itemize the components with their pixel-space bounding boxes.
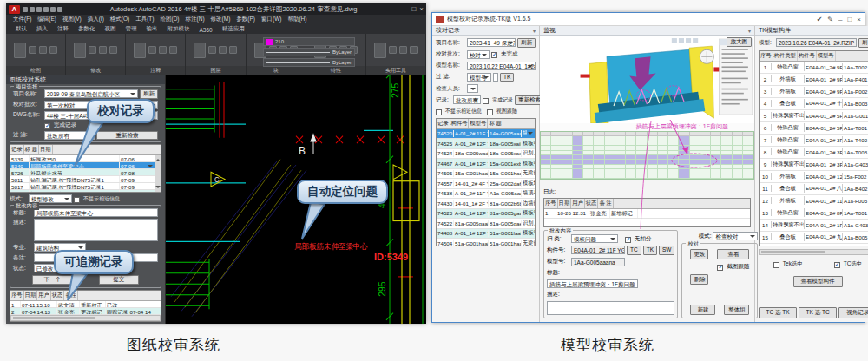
component-row[interactable]: 13 特殊凸窗 E04A-01_2# 8F Y… 1Aa-T001 <box>760 207 868 220</box>
ribbon-tab[interactable]: 视图 <box>101 24 121 34</box>
category-select[interactable]: 模板问题 <box>571 234 618 243</box>
project-name-select[interactable]: 2023-41~49 保定产业园区2#-02#厂 <box>467 38 516 47</box>
component-row[interactable]: 2 外墙板 E04A-01_2# 9F Y… 1Aa-P401 <box>760 74 868 86</box>
model-name-select[interactable]: 2023.10.22 E04A-01_1#2#.RZIP <box>467 62 536 70</box>
component-row[interactable]: 7 特殊凸窗 E04A-01_2# 3F Y… A1a-T402 <box>760 135 868 147</box>
unfinished-checkbox[interactable] <box>491 52 497 58</box>
zoom-image-button[interactable]: 放大图 <box>727 37 753 47</box>
minimize-icon[interactable]: – <box>838 16 842 23</box>
column-header[interactable]: 序号 <box>544 199 558 208</box>
log-row[interactable]: 1 07-11 15:10 武文清 重新校正 已改 <box>10 301 161 308</box>
ribbon-tab[interactable]: A360 <box>195 26 217 34</box>
column-header[interactable]: 模型号 <box>817 51 836 61</box>
record-filter-select[interactable]: 批改所有 <box>453 95 481 104</box>
mode-select[interactable]: 检查校对 <box>713 232 758 240</box>
group-button[interactable]: 整体组 <box>724 305 749 315</box>
lineweight-dropdown[interactable]: ByLayer <box>263 58 355 67</box>
refresh-button[interactable]: 刷 <box>858 38 868 48</box>
description-textarea[interactable] <box>547 301 674 316</box>
ribbon-group-label[interactable]: 绘图 <box>6 66 65 75</box>
menu-item[interactable]: 文件(F) <box>13 16 31 23</box>
record-row[interactable]: 74557 14-01_2# 4F YGC 25a-G002da6aa 模板均伸… <box>437 179 535 189</box>
menu-item[interactable]: 绘图(D) <box>161 16 180 23</box>
record-row[interactable]: 5811 钻孔漏记两,按"预埋DN75记录1 07-09 <box>10 176 155 183</box>
ribbon-tools[interactable] <box>366 34 425 66</box>
column-header[interactable]: 序号 <box>760 51 773 61</box>
menu-item[interactable]: 工具(T) <box>135 16 154 23</box>
menu-item[interactable]: 标注(N) <box>186 16 205 23</box>
record-row[interactable]: 74520 A-01_2# 11F YGC 14a-G005aaava 墙顶与上… <box>437 129 535 140</box>
done-records-checkbox[interactable] <box>483 98 489 104</box>
tk-button[interactable]: TK <box>643 246 657 255</box>
view-follow-checkbox[interactable] <box>487 109 493 115</box>
submit-button[interactable]: 提交 <box>99 275 139 285</box>
modify-button[interactable]: 更改 <box>690 249 708 259</box>
column-header[interactable]: 记录 <box>10 145 24 154</box>
component-row[interactable]: 12 外墙板 E04A-01_2# 11F… A1a-F003 <box>760 195 868 207</box>
new-button[interactable]: 新建 <box>690 305 715 315</box>
log-scrollbar[interactable] <box>10 315 161 321</box>
column-header[interactable]: 构件类型 <box>773 51 798 61</box>
search-button[interactable]: 重新检索 <box>96 131 158 141</box>
ribbon-tools[interactable] <box>186 34 245 66</box>
column-header[interactable]: 模型号 <box>469 119 488 128</box>
no-score-checkbox[interactable] <box>625 237 631 243</box>
maximize-icon[interactable]: □ <box>847 16 852 23</box>
autocad-logo-icon[interactable]: A <box>9 5 20 14</box>
checker-select[interactable] <box>467 84 478 93</box>
column-header[interactable]: 标 题 <box>488 119 503 128</box>
component-row[interactable]: 3 外墙板 E04A-01_2# 9F Y… A1a-P002 <box>760 86 868 98</box>
ribbon-group-label[interactable]: 块 <box>247 66 306 75</box>
tek-select-checkbox[interactable] <box>773 262 779 268</box>
menu-item[interactable]: 视图(V) <box>62 16 82 23</box>
tk-to-tc-button[interactable]: TK 选 TC <box>799 307 837 318</box>
column-header[interactable]: 用户 <box>37 291 51 300</box>
column-header[interactable]: 构件号 <box>450 119 470 128</box>
components-hscrollbar[interactable] <box>759 249 868 255</box>
sw-button[interactable]: SW <box>659 246 674 255</box>
column-header[interactable]: 日期 <box>558 199 572 208</box>
ribbon-tab[interactable]: 管理 <box>122 24 141 34</box>
menu-item[interactable]: 参数(P) <box>236 16 255 23</box>
minimize-icon[interactable]: – <box>404 5 408 13</box>
linetype-dropdown[interactable]: ByLayer <box>263 48 355 56</box>
ribbon-tools[interactable] <box>66 34 125 66</box>
tc-to-tk-button[interactable]: TC 选 TK <box>759 307 797 318</box>
ribbon-tab[interactable]: 附加模块 <box>163 24 194 34</box>
record-row[interactable]: 74523 A-01_1# 12F YGC 81a-G005gaaba 模板等修… <box>437 209 535 220</box>
component-row[interactable]: 11 叠合板 E04A-01_2# 八层… 1Aa-B402 <box>760 183 868 195</box>
filter-type-select[interactable]: 模型号 <box>467 73 491 82</box>
model-id-field[interactable]: 1Aa-G005aaana <box>571 258 625 266</box>
ribbon-tab[interactable]: 注释 <box>53 24 73 34</box>
quick-access-toolbar[interactable] <box>23 7 62 12</box>
component-row[interactable]: 1 特殊凸窗 E04A-01_2# 9F Y… 1Aa-T002 <box>760 62 868 74</box>
record-row[interactable]: 74467 A-01_1# 12F YGC 15a-G001exba 模板等修正 <box>437 159 535 169</box>
view-record-button[interactable]: 视角记录 <box>838 307 868 318</box>
ribbon-tab[interactable]: 参数化 <box>74 24 100 34</box>
ribbon-group-label[interactable]: 图层 <box>186 66 245 75</box>
tc-button[interactable]: TC <box>627 246 641 255</box>
ribbon-group-label[interactable]: 修改 <box>66 66 125 75</box>
record-row[interactable]: 74488 A-01_1# 12F YGC 51a-G001laaba 模板等修… <box>437 229 535 240</box>
edit-icon[interactable]: ✎ <box>827 16 833 23</box>
title-input[interactable]: 局部板筋未伸至梁中心 <box>34 208 158 217</box>
model-field[interactable]: 2023.10.26 E04A-01_2#.RZIP <box>776 38 857 47</box>
column-header[interactable]: 状态 <box>585 199 599 208</box>
ribbon-group-label[interactable]: 特性 <box>306 66 365 75</box>
column-header[interactable]: 日期 <box>24 291 38 300</box>
tc-select-checkbox[interactable] <box>834 262 840 268</box>
log-row[interactable]: 1 10-26 12:31 张金亮 新增标记 <box>544 209 750 219</box>
menu-item[interactable]: 编辑(E) <box>37 16 56 23</box>
ribbon-tab[interactable]: 默认 <box>11 24 31 34</box>
ribbon-tab[interactable]: 插入 <box>32 24 52 34</box>
ribbon-group-label[interactable]: 实用工具 <box>366 66 425 75</box>
verify-icon[interactable]: ✔ <box>817 16 823 23</box>
no-hint-checkbox[interactable] <box>74 197 80 203</box>
close-icon[interactable]: × <box>857 16 861 23</box>
component-row[interactable]: 4 叠合板 E04A-01_2# 十层… A1a-B003 <box>760 98 868 110</box>
column-header[interactable]: 标 题 <box>24 145 39 154</box>
column-header[interactable]: 构件号 <box>798 51 817 61</box>
component-row[interactable]: 5 特殊飘窗不出筋 E04A-01_2# 5F Y… A1a-G001 <box>760 110 868 122</box>
record-row[interactable]: 74504 51a-G001haaba 51a-G001haaba 无梁留洞口、… <box>437 239 535 246</box>
panel-pin-icon[interactable]: ▾ <box>533 28 536 34</box>
